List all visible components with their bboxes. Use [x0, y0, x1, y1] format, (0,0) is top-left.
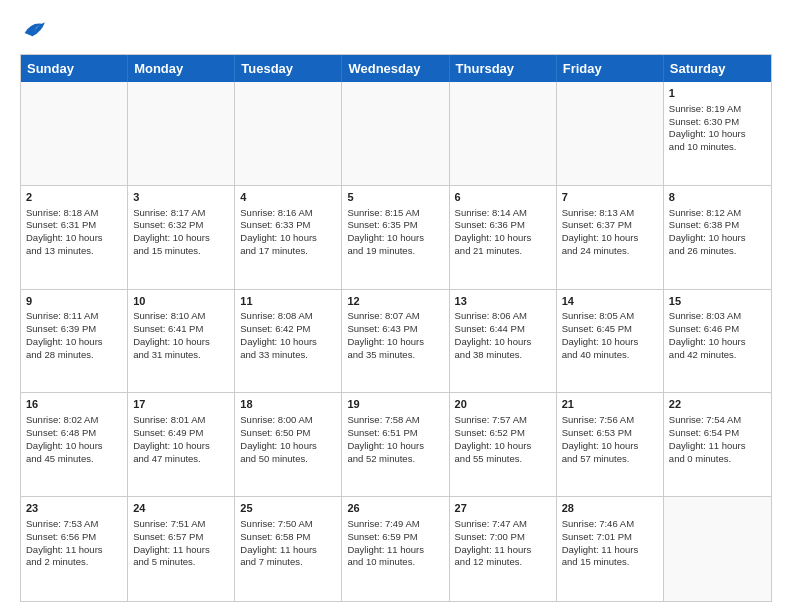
day-number: 9 — [26, 294, 122, 309]
day-info-line: Sunrise: 7:53 AM — [26, 518, 122, 531]
calendar-week-row: 16Sunrise: 8:02 AMSunset: 6:48 PMDayligh… — [21, 393, 771, 497]
day-info-line: Sunset: 6:36 PM — [455, 219, 551, 232]
day-number: 23 — [26, 501, 122, 516]
day-info-line: and 10 minutes. — [669, 141, 766, 154]
day-info-line: and 31 minutes. — [133, 349, 229, 362]
day-info-line: Sunrise: 8:05 AM — [562, 310, 658, 323]
calendar-cell: 9Sunrise: 8:11 AMSunset: 6:39 PMDaylight… — [21, 290, 128, 393]
day-number: 21 — [562, 397, 658, 412]
day-info-line: and 47 minutes. — [133, 453, 229, 466]
day-number: 7 — [562, 190, 658, 205]
day-of-week-header: Saturday — [664, 55, 771, 82]
day-info-line: Sunrise: 8:06 AM — [455, 310, 551, 323]
day-info-line: Sunset: 6:37 PM — [562, 219, 658, 232]
day-info-line: Sunset: 6:42 PM — [240, 323, 336, 336]
day-info-line: and 24 minutes. — [562, 245, 658, 258]
day-info-line: Sunset: 6:53 PM — [562, 427, 658, 440]
day-number: 25 — [240, 501, 336, 516]
day-info-line: and 0 minutes. — [669, 453, 766, 466]
day-info-line: and 21 minutes. — [455, 245, 551, 258]
day-info-line: and 2 minutes. — [26, 556, 122, 569]
day-of-week-header: Thursday — [450, 55, 557, 82]
calendar-cell: 8Sunrise: 8:12 AMSunset: 6:38 PMDaylight… — [664, 186, 771, 289]
day-info-line: Sunset: 6:57 PM — [133, 531, 229, 544]
day-info-line: Sunrise: 8:13 AM — [562, 207, 658, 220]
day-info-line: and 33 minutes. — [240, 349, 336, 362]
day-info-line: Sunset: 7:01 PM — [562, 531, 658, 544]
calendar-cell: 10Sunrise: 8:10 AMSunset: 6:41 PMDayligh… — [128, 290, 235, 393]
calendar-cell: 20Sunrise: 7:57 AMSunset: 6:52 PMDayligh… — [450, 393, 557, 496]
day-info-line: Sunset: 6:30 PM — [669, 116, 766, 129]
day-info-line: Daylight: 10 hours — [669, 336, 766, 349]
day-info-line: Sunset: 6:38 PM — [669, 219, 766, 232]
day-info-line: Daylight: 10 hours — [562, 232, 658, 245]
day-number: 28 — [562, 501, 658, 516]
day-info-line: Sunset: 6:49 PM — [133, 427, 229, 440]
day-number: 2 — [26, 190, 122, 205]
day-info-line: Daylight: 10 hours — [455, 336, 551, 349]
day-number: 1 — [669, 86, 766, 101]
day-number: 20 — [455, 397, 551, 412]
day-info-line: Sunset: 6:44 PM — [455, 323, 551, 336]
day-info-line: Sunrise: 8:01 AM — [133, 414, 229, 427]
calendar-week-row: 23Sunrise: 7:53 AMSunset: 6:56 PMDayligh… — [21, 497, 771, 601]
day-info-line: and 52 minutes. — [347, 453, 443, 466]
day-of-week-header: Tuesday — [235, 55, 342, 82]
day-info-line: Daylight: 10 hours — [240, 336, 336, 349]
day-number: 11 — [240, 294, 336, 309]
calendar-cell: 5Sunrise: 8:15 AMSunset: 6:35 PMDaylight… — [342, 186, 449, 289]
calendar: SundayMondayTuesdayWednesdayThursdayFrid… — [20, 54, 772, 602]
calendar-cell — [342, 82, 449, 185]
day-info-line: Sunrise: 7:49 AM — [347, 518, 443, 531]
day-number: 17 — [133, 397, 229, 412]
day-info-line: and 35 minutes. — [347, 349, 443, 362]
day-info-line: Sunset: 6:58 PM — [240, 531, 336, 544]
day-info-line: Daylight: 10 hours — [562, 336, 658, 349]
day-info-line: Sunset: 6:46 PM — [669, 323, 766, 336]
day-info-line: Daylight: 10 hours — [347, 336, 443, 349]
day-info-line: Sunrise: 7:46 AM — [562, 518, 658, 531]
day-info-line: Daylight: 10 hours — [669, 232, 766, 245]
day-number: 16 — [26, 397, 122, 412]
day-info-line: Daylight: 10 hours — [240, 440, 336, 453]
day-info-line: Sunrise: 8:03 AM — [669, 310, 766, 323]
day-info-line: Daylight: 10 hours — [347, 440, 443, 453]
day-info-line: Sunrise: 8:12 AM — [669, 207, 766, 220]
calendar-cell: 2Sunrise: 8:18 AMSunset: 6:31 PMDaylight… — [21, 186, 128, 289]
day-number: 14 — [562, 294, 658, 309]
day-info-line: and 40 minutes. — [562, 349, 658, 362]
day-info-line: Sunset: 6:35 PM — [347, 219, 443, 232]
day-info-line: Daylight: 10 hours — [455, 440, 551, 453]
day-number: 12 — [347, 294, 443, 309]
calendar-cell: 24Sunrise: 7:51 AMSunset: 6:57 PMDayligh… — [128, 497, 235, 601]
day-of-week-header: Sunday — [21, 55, 128, 82]
day-info-line: Daylight: 10 hours — [26, 336, 122, 349]
calendar-cell: 21Sunrise: 7:56 AMSunset: 6:53 PMDayligh… — [557, 393, 664, 496]
calendar-cell: 11Sunrise: 8:08 AMSunset: 6:42 PMDayligh… — [235, 290, 342, 393]
day-info-line: Sunrise: 8:18 AM — [26, 207, 122, 220]
day-number: 27 — [455, 501, 551, 516]
day-of-week-header: Monday — [128, 55, 235, 82]
day-info-line: and 17 minutes. — [240, 245, 336, 258]
day-info-line: and 38 minutes. — [455, 349, 551, 362]
logo — [20, 16, 52, 44]
day-info-line: and 10 minutes. — [347, 556, 443, 569]
calendar-cell: 16Sunrise: 8:02 AMSunset: 6:48 PMDayligh… — [21, 393, 128, 496]
day-info-line: Sunset: 6:50 PM — [240, 427, 336, 440]
calendar-cell — [664, 497, 771, 601]
day-info-line: Daylight: 11 hours — [133, 544, 229, 557]
day-info-line: and 12 minutes. — [455, 556, 551, 569]
calendar-cell: 22Sunrise: 7:54 AMSunset: 6:54 PMDayligh… — [664, 393, 771, 496]
day-info-line: Daylight: 10 hours — [133, 336, 229, 349]
day-info-line: Sunrise: 8:15 AM — [347, 207, 443, 220]
day-info-line: Sunrise: 8:02 AM — [26, 414, 122, 427]
day-info-line: Sunset: 6:41 PM — [133, 323, 229, 336]
day-info-line: Sunrise: 7:50 AM — [240, 518, 336, 531]
day-info-line: and 15 minutes. — [133, 245, 229, 258]
day-info-line: Daylight: 10 hours — [133, 440, 229, 453]
calendar-cell — [235, 82, 342, 185]
calendar-cell: 18Sunrise: 8:00 AMSunset: 6:50 PMDayligh… — [235, 393, 342, 496]
day-info-line: Sunrise: 8:07 AM — [347, 310, 443, 323]
day-info-line: Sunset: 6:48 PM — [26, 427, 122, 440]
day-info-line: Sunrise: 8:08 AM — [240, 310, 336, 323]
